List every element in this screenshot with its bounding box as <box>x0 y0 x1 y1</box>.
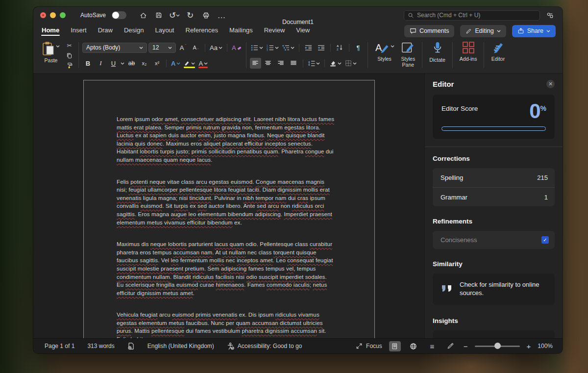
word-count[interactable]: 313 words <box>87 343 114 349</box>
tab-references[interactable]: References <box>185 25 219 37</box>
editing-mode-button[interactable]: Editing <box>460 25 506 37</box>
paragraph[interactable]: Lorem ipsum odor amet, consectetuer adip… <box>117 115 335 164</box>
document-page[interactable]: Lorem ipsum odor amet, consectetuer adip… <box>83 80 375 338</box>
page-indicator[interactable]: Page 1 of 1 <box>45 343 74 349</box>
bullets-button[interactable] <box>250 42 264 53</box>
close-pane-button[interactable]: ✕ <box>546 80 555 88</box>
cut-button[interactable]: ✂ <box>64 42 75 50</box>
strikethrough-button[interactable]: ab <box>126 58 137 69</box>
tab-home[interactable]: Home <box>41 25 60 37</box>
format-painter-button[interactable] <box>64 61 75 69</box>
redo-button[interactable]: ↻ <box>184 10 196 21</box>
close-window-button[interactable] <box>40 12 46 18</box>
dictate-button[interactable]: Dictate <box>426 40 449 70</box>
outline-view-button[interactable]: ≡ <box>426 341 438 351</box>
similarity-card[interactable]: Check for similarity to online sources. <box>433 274 555 305</box>
language-indicator[interactable]: English (United Kingdom) <box>147 343 214 349</box>
change-case-button[interactable]: Aa <box>209 42 223 53</box>
font-size-select[interactable]: 12 <box>148 43 176 53</box>
conciseness-checkbox[interactable]: ✓ <box>541 236 549 244</box>
borders-button[interactable] <box>344 58 358 69</box>
web-layout-view-button[interactable] <box>408 341 419 351</box>
paragraph[interactable]: Vehicula feugiat arcu euismod primis ven… <box>117 311 335 338</box>
bold-button[interactable]: B <box>82 58 94 69</box>
fullscreen-window-button[interactable] <box>60 12 66 18</box>
tab-view[interactable]: View <box>295 25 310 37</box>
numbering-button[interactable]: 123 <box>266 42 280 53</box>
text-effects-button[interactable]: A <box>170 58 181 69</box>
copy-button[interactable] <box>64 51 75 59</box>
add-ins-button[interactable]: Add-ins <box>456 40 481 70</box>
paragraph[interactable]: Maximus dis neque lobortis parturient la… <box>117 240 335 297</box>
zoom-slider[interactable] <box>475 346 520 347</box>
undo-button[interactable]: ↺ <box>169 10 180 21</box>
zoom-out-button[interactable]: − <box>464 343 468 350</box>
justify-button[interactable] <box>288 58 299 69</box>
print-layout-view-button[interactable] <box>389 341 401 351</box>
more-commands-button[interactable]: … <box>216 10 227 21</box>
paste-button[interactable]: Paste <box>40 40 62 70</box>
align-center-button[interactable] <box>263 58 274 69</box>
borders-icon <box>345 60 352 67</box>
window-layout-icon[interactable] <box>544 10 556 21</box>
highlight-button[interactable] <box>183 58 196 69</box>
clear-formatting-button[interactable]: A <box>231 42 243 53</box>
share-button[interactable]: Share <box>512 25 556 37</box>
document-text[interactable]: Lorem ipsum odor amet, consectetuer adip… <box>84 80 374 338</box>
line-spacing-button[interactable] <box>307 58 321 69</box>
show-paragraph-marks-button[interactable]: ¶ <box>353 42 364 53</box>
line-spacing-icon <box>308 60 315 67</box>
align-left-button[interactable] <box>250 58 261 69</box>
styles-pane-button[interactable]: StylesPane <box>398 40 419 70</box>
editor-icon <box>491 41 505 54</box>
print-icon[interactable] <box>200 10 212 21</box>
chevron-down-icon[interactable] <box>121 62 124 65</box>
shrink-font-button[interactable]: Aˇ <box>190 42 201 53</box>
home-icon[interactable] <box>137 10 149 21</box>
paragraph[interactable]: Felis potenti neque vitae class arcu ege… <box>117 178 335 227</box>
superscript-button[interactable]: x² <box>151 58 163 69</box>
editor-button[interactable]: Editor <box>488 40 508 70</box>
draft-view-button[interactable] <box>445 341 457 351</box>
zoom-level[interactable]: 100% <box>538 343 553 349</box>
proofing-status-icon[interactable] <box>127 342 135 350</box>
tab-review[interactable]: Review <box>264 25 286 37</box>
underline-button[interactable]: U <box>108 58 119 69</box>
tab-draw[interactable]: Draw <box>98 25 113 37</box>
minimize-window-button[interactable] <box>50 12 56 18</box>
grow-font-button[interactable]: Aˆ <box>177 42 189 53</box>
spelling-row[interactable]: Spelling 215 <box>433 168 555 187</box>
document-canvas[interactable]: Lorem ipsum odor amet, consectetuer adip… <box>33 74 424 338</box>
multilevel-list-button[interactable] <box>281 42 295 53</box>
font-color-button[interactable]: A <box>197 58 209 69</box>
autosave-toggle[interactable] <box>112 11 126 19</box>
zoom-in-button[interactable]: + <box>527 343 531 350</box>
tab-mailings[interactable]: Mailings <box>229 25 253 37</box>
insights-card[interactable] <box>433 330 555 338</box>
eraser-icon <box>237 46 242 50</box>
align-right-button[interactable] <box>275 58 287 69</box>
styles-icon: A <box>375 41 390 54</box>
tab-insert[interactable]: Insert <box>70 25 87 37</box>
corrections-heading: Corrections <box>433 155 555 162</box>
conciseness-row[interactable]: Conciseness ✓ <box>433 231 555 249</box>
tab-design[interactable]: Design <box>123 25 144 37</box>
grammar-row[interactable]: Grammar 1 <box>433 187 555 206</box>
focus-mode-button[interactable]: Focus <box>356 343 382 349</box>
comments-button[interactable]: Comments <box>404 25 454 37</box>
accessibility-status[interactable]: Accessibility: Good to go <box>227 342 302 350</box>
shading-button[interactable] <box>328 58 343 69</box>
decrease-indent-button[interactable] <box>303 42 314 53</box>
save-icon[interactable] <box>153 10 165 21</box>
styles-button[interactable]: A Styles <box>371 40 398 70</box>
search-input[interactable]: Search (Cmd + Ctrl + U) <box>404 10 540 21</box>
increase-indent-button[interactable] <box>316 42 327 53</box>
subscript-button[interactable]: x₂ <box>139 58 150 69</box>
search-placeholder: Search (Cmd + Ctrl + U) <box>417 12 480 19</box>
desktop: { "titlebar": { "autosave": "AutoSave", … <box>0 0 588 373</box>
font-name-select[interactable]: Aptos (Body) <box>82 43 147 53</box>
sort-button[interactable]: AZ <box>334 42 345 53</box>
italic-button[interactable]: I <box>95 58 106 69</box>
tab-layout[interactable]: Layout <box>154 25 174 37</box>
bullet-list-icon <box>251 45 258 51</box>
